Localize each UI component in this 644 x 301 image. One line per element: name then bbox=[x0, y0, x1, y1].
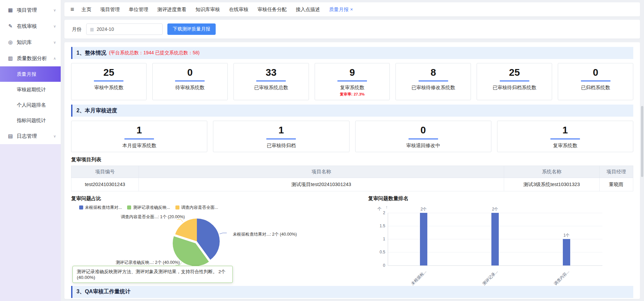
stat-card-month-re-review: 1 复审系统数 bbox=[497, 121, 633, 152]
cell-project-name: 测试项目test202410301243 bbox=[139, 178, 504, 191]
main-area: ≡ 主页 项目管理 单位管理 测评进度查看 知识库审核 在线审核 审核任务分配 … bbox=[61, 0, 644, 301]
y-axis-tick: 0 bbox=[373, 263, 385, 268]
tab-online-review[interactable]: 在线审核 bbox=[229, 6, 249, 13]
sidebar-subitem-indicator-problem-stats[interactable]: 指标问题统计 bbox=[0, 113, 61, 128]
chevron-up-icon: ∧ bbox=[53, 56, 56, 61]
close-tab-icon[interactable]: × bbox=[350, 7, 353, 12]
sidebar-item-log-management[interactable]: ▤ 日志管理 ∨ bbox=[0, 128, 61, 144]
sidebar-item-label: 日志管理 bbox=[17, 133, 37, 139]
tab-access-point[interactable]: 接入点描述 bbox=[296, 6, 320, 13]
section-title: 1、整体情况 bbox=[76, 50, 106, 57]
stat-card-pending-review: 0 待审核系统数 bbox=[152, 63, 228, 100]
month-label: 月份 bbox=[72, 26, 82, 33]
legend-swatch bbox=[79, 205, 83, 209]
accent-underline bbox=[266, 138, 296, 139]
chevron-down-icon: ∨ bbox=[53, 24, 56, 28]
tab-knowledge-review[interactable]: 知识库审核 bbox=[196, 6, 220, 13]
legend-item[interactable]: 未根据检查结果对... bbox=[79, 205, 122, 210]
month-picker[interactable]: ▦ bbox=[86, 23, 163, 35]
sidebar-item-label: 在线审核 bbox=[17, 23, 37, 29]
bar[interactable] bbox=[420, 213, 427, 265]
col-project-manager: 项目经理 bbox=[599, 166, 633, 178]
stat-card-re-review: 9 复审系统数 复审率: 27.3% bbox=[315, 63, 390, 100]
month-input[interactable] bbox=[97, 26, 150, 32]
cell-project-manager: 董晓雨 bbox=[599, 178, 633, 191]
legend-swatch bbox=[127, 205, 131, 209]
pie-label-line bbox=[220, 233, 227, 234]
stat-card-reviewed-total: 33 已审核系统总数 bbox=[233, 63, 309, 100]
download-report-button[interactable]: 下载测评质量月报 bbox=[167, 23, 216, 35]
project-icon: ▦ bbox=[7, 7, 14, 13]
accent-underline bbox=[94, 80, 123, 81]
bar[interactable] bbox=[563, 239, 570, 265]
filter-bar: 月份 ▦ 下载测评质量月报 bbox=[64, 20, 640, 39]
stat-card-month-returned: 0 审核退回修改中 bbox=[355, 121, 491, 152]
y-axis-tick: 1.5 bbox=[373, 224, 385, 228]
section-month-progress-header: 2、本月审核进度 bbox=[71, 105, 633, 117]
sidebar-subitem-label: 审核超期统计 bbox=[17, 86, 46, 93]
log-icon: ▤ bbox=[7, 133, 14, 139]
pie-label-record: 测评记录准确反映...: 2个 (40.00%) bbox=[116, 260, 180, 265]
stat-card-in-review: 25 审核中系统数 bbox=[71, 63, 147, 100]
re-review-rate: 复审率: 27.3% bbox=[316, 92, 388, 97]
collapse-menu-icon[interactable]: ≡ bbox=[70, 6, 74, 13]
bar-value-label: 2个 bbox=[414, 206, 434, 212]
accent-underline bbox=[124, 138, 154, 139]
col-project-name: 项目名称 bbox=[139, 166, 504, 178]
y-axis-tick: 2 bbox=[373, 210, 385, 215]
axis-arrow-icon: ↑ bbox=[386, 204, 388, 209]
pie-tooltip: 测评记录准确反映测评方法、测评对象及测评结果，支持符合性判断。 2个 (40.0… bbox=[72, 266, 233, 283]
accent-underline bbox=[500, 80, 529, 81]
bar-value-label: 1个 bbox=[556, 233, 577, 238]
tab-bar: ≡ 主页 项目管理 单位管理 测评进度查看 知识库审核 在线审核 审核任务分配 … bbox=[64, 2, 640, 16]
sidebar-subitem-label: 个人问题排名 bbox=[17, 102, 46, 108]
bar-value-label: 2个 bbox=[485, 206, 505, 212]
chevron-down-icon: ∨ bbox=[53, 40, 56, 45]
chevron-down-icon: ∨ bbox=[53, 134, 56, 138]
re-review-table: 项目编号 项目名称 系统名称 项目经理 test202410301243 测试项… bbox=[71, 166, 633, 191]
charts-row: 复审问题占比 未根据检查结果对... 测评记录准确反映... 调查内容是否全面.… bbox=[71, 195, 633, 285]
y-axis-tick: 0.5 bbox=[373, 250, 385, 254]
sidebar-filler bbox=[0, 144, 61, 301]
sidebar-item-label: 知识库 bbox=[17, 39, 32, 46]
stat-card-archived: 0 已归档系统数 bbox=[558, 63, 633, 100]
bar-chart[interactable]: 00.511.522个未根据检...2个测评记录...1个调查内容... bbox=[388, 213, 602, 266]
bar[interactable] bbox=[491, 213, 499, 265]
sidebar-subitem-review-overdue-stats[interactable]: 审核超期统计 bbox=[0, 82, 61, 97]
sidebar: ▦ 项目管理 ∨ ✎ 在线审核 ∨ ◎ 知识库 ∨ ▥ 质量数据分析 ∧ 质量月… bbox=[0, 0, 61, 301]
tab-project-management[interactable]: 项目管理 bbox=[100, 6, 120, 13]
tab-task-assignment[interactable]: 审核任务分配 bbox=[258, 6, 287, 13]
tab-home[interactable]: 主页 bbox=[82, 6, 91, 13]
sidebar-item-label: 项目管理 bbox=[17, 7, 37, 13]
overall-stat-cards: 25 审核中系统数 0 待审核系统数 33 已审核系统总数 9 复审系统数 复审… bbox=[71, 63, 633, 100]
scrollbar[interactable] bbox=[641, 106, 643, 177]
accent-underline bbox=[581, 80, 610, 81]
sidebar-item-label: 质量数据分析 bbox=[17, 55, 47, 62]
bar-chart-title: 复审问题数量排名 bbox=[368, 195, 633, 202]
tab-progress-view[interactable]: 测评进度查看 bbox=[157, 6, 186, 13]
chevron-down-icon: ∨ bbox=[53, 8, 56, 12]
accent-underline bbox=[337, 80, 367, 81]
sidebar-item-project-management[interactable]: ▦ 项目管理 ∨ bbox=[0, 2, 61, 18]
section-meta-totals: (平台系统总数：1944 已提交系统总数：58) bbox=[109, 50, 200, 56]
cell-project-id: test202410301243 bbox=[71, 178, 139, 191]
accent-underline bbox=[175, 80, 205, 81]
pie-chart-title: 复审问题占比 bbox=[71, 195, 364, 202]
sidebar-subitem-quality-monthly-report[interactable]: 质量月报 bbox=[0, 66, 61, 82]
accent-underline bbox=[419, 80, 448, 81]
knowledge-base-icon: ◎ bbox=[7, 39, 14, 45]
accent-underline bbox=[256, 80, 286, 81]
table-row: test202410301243 测试项目test202410301243 测试… bbox=[71, 178, 633, 191]
sidebar-item-knowledge-base[interactable]: ◎ 知识库 ∨ bbox=[0, 34, 61, 50]
table-header-row: 项目编号 项目名称 系统名称 项目经理 bbox=[71, 166, 633, 178]
tab-unit-management[interactable]: 单位管理 bbox=[129, 6, 148, 13]
pie-label-not-based: 未根据检查结果对...: 2个 (40.00%) bbox=[233, 232, 297, 237]
sidebar-subitem-label: 质量月报 bbox=[17, 71, 36, 77]
stat-card-month-archived-pending: 1 已审核待归档 bbox=[213, 121, 349, 152]
section-overall-header: 1、整体情况 (平台系统总数：1944 已提交系统总数：58) bbox=[71, 47, 633, 59]
sidebar-subitem-personal-problem-ranking[interactable]: 个人问题排名 bbox=[0, 97, 61, 113]
sidebar-item-online-review[interactable]: ✎ 在线审核 ∨ bbox=[0, 18, 61, 34]
tab-quality-monthly-report[interactable]: 质量月报 × bbox=[329, 6, 353, 13]
y-axis-tick: 1 bbox=[373, 237, 385, 241]
sidebar-item-quality-data-analysis[interactable]: ▥ 质量数据分析 ∧ bbox=[0, 50, 61, 66]
